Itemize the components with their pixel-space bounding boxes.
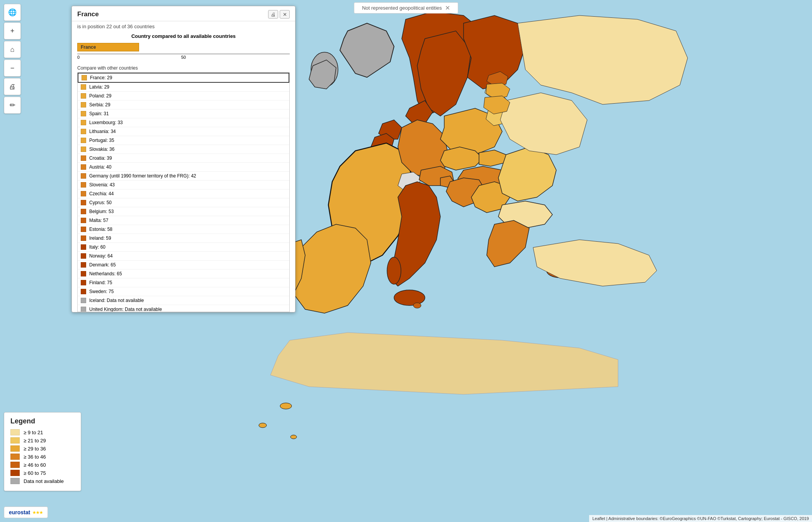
country-color-swatch (81, 93, 86, 99)
country-name: Luxembourg: 33 (89, 120, 123, 125)
country-list-item[interactable]: Iceland: Data not available (78, 296, 289, 305)
legend-item-label: ≥ 60 to 75 (24, 470, 46, 476)
legend-item: Data not available (10, 478, 75, 484)
country-color-swatch (81, 227, 86, 232)
country-list-item[interactable]: Cyprus: 50 (78, 198, 289, 207)
country-color-swatch (81, 111, 86, 116)
popup-header: France 🖨 ✕ (72, 6, 295, 21)
country-list-item[interactable]: Serbia: 29 (78, 101, 289, 109)
country-list-item[interactable]: France: 29 (78, 73, 289, 83)
not-represented-banner: Not represented geopolitical entities ✕ (354, 2, 458, 14)
legend-item-label: ≥ 46 to 60 (24, 462, 46, 468)
country-color-swatch (81, 147, 86, 152)
country-list-item[interactable]: Latvia: 29 (78, 83, 289, 92)
legend-item: ≥ 60 to 75 (10, 470, 75, 476)
country-name: Italy: 60 (89, 244, 105, 250)
home-button[interactable]: ⌂ (4, 41, 21, 58)
legend-title: Legend (10, 417, 75, 425)
country-list-item[interactable]: Czechia: 44 (78, 189, 289, 198)
legend-item: ≥ 46 to 60 (10, 462, 75, 468)
country-name: Portugal: 35 (89, 138, 114, 143)
country-color-swatch (81, 182, 86, 188)
country-list-item[interactable]: Belgium: 53 (78, 207, 289, 216)
country-color-swatch (81, 138, 86, 143)
legend-swatch (10, 429, 20, 435)
country-name: Croatia: 39 (89, 155, 112, 161)
country-name: Iceland: Data not available (89, 298, 144, 303)
country-list-item[interactable]: Finland: 75 (78, 278, 289, 287)
legend-item-label: Data not available (24, 478, 64, 484)
country-list-item[interactable]: Croatia: 39 (78, 154, 289, 163)
legend-item: ≥ 21 to 29 (10, 437, 75, 444)
legend-item-label: ≥ 29 to 36 (24, 446, 46, 452)
country-list-item[interactable]: Slovenia: 43 (78, 181, 289, 189)
zoom-in-button[interactable]: + (4, 22, 21, 39)
country-list-item[interactable]: Sweden: 75 (78, 287, 289, 296)
country-name: Norway: 64 (89, 253, 113, 259)
country-name: Estonia: 58 (89, 227, 112, 232)
country-list-item[interactable]: Germany (until 1990 former territory of … (78, 172, 289, 181)
country-list-item[interactable]: Malta: 57 (78, 216, 289, 225)
legend-swatch (10, 462, 20, 468)
country-list-item[interactable]: Portugal: 35 (78, 136, 289, 145)
country-list-item[interactable]: Norway: 64 (78, 252, 289, 261)
eurostat-label: eurostat (9, 509, 30, 515)
legend-panel: Legend ≥ 9 to 21 ≥ 21 to 29 ≥ 29 to 36 ≥… (4, 412, 81, 491)
country-list-item[interactable]: Italy: 60 (78, 243, 289, 252)
popup-print-button[interactable]: 🖨 (268, 10, 278, 19)
country-name: Netherlands: 65 (89, 271, 122, 276)
svg-point-42 (413, 303, 421, 308)
attribution-bar: Leaflet | Administrative boundaries: ©Eu… (589, 515, 812, 522)
country-name: Poland: 29 (89, 93, 111, 99)
country-name: Belgium: 53 (89, 209, 114, 214)
country-list-item[interactable]: Estonia: 58 (78, 225, 289, 234)
country-list-item[interactable]: Austria: 40 (78, 163, 289, 172)
legend-items: ≥ 9 to 21 ≥ 21 to 29 ≥ 29 to 36 ≥ 36 to … (10, 429, 75, 484)
draw-button[interactable]: ✏ (4, 97, 21, 114)
legend-item-label: ≥ 36 to 46 (24, 454, 46, 460)
country-list-item[interactable]: Luxembourg: 33 (78, 118, 289, 127)
country-color-swatch (81, 102, 86, 107)
zoom-out-button[interactable]: − (4, 60, 21, 77)
legend-item-label: ≥ 9 to 21 (24, 430, 43, 435)
country-list-item[interactable]: Spain: 31 (78, 109, 289, 118)
country-color-swatch (81, 173, 86, 179)
country-color-swatch (81, 84, 86, 90)
country-color-swatch (81, 191, 86, 196)
country-name: France: 29 (90, 75, 112, 80)
svg-point-13 (280, 403, 292, 409)
popup-chart-title: Country compared to all available countr… (77, 33, 290, 39)
legend-item-label: ≥ 21 to 29 (24, 438, 46, 444)
legend-item: ≥ 36 to 46 (10, 454, 75, 460)
country-name: Slovakia: 36 (89, 147, 114, 152)
legend-item: ≥ 9 to 21 (10, 429, 75, 435)
country-color-swatch (81, 253, 86, 259)
legend-swatch (10, 445, 20, 452)
globe-button[interactable]: 🌐 (4, 4, 21, 21)
print-button[interactable]: 🖨 (4, 78, 21, 95)
country-color-swatch (81, 129, 86, 134)
popup-close-button[interactable]: ✕ (280, 10, 290, 19)
compare-section: Compare with other countries France: 29 … (72, 63, 295, 312)
country-list-item[interactable]: United Kingdom: Data not available (78, 305, 289, 312)
legend-item: ≥ 29 to 36 (10, 445, 75, 452)
not-represented-close[interactable]: ✕ (445, 4, 450, 12)
popup-title: France (77, 10, 99, 18)
country-name: Slovenia: 43 (89, 182, 115, 188)
country-list-item[interactable]: Netherlands: 65 (78, 270, 289, 278)
country-list-item[interactable]: Lithuania: 34 (78, 127, 289, 136)
country-list-item[interactable]: Denmark: 65 (78, 261, 289, 270)
country-list-item[interactable]: Ireland: 59 (78, 234, 289, 243)
country-list[interactable]: France: 29 Latvia: 29 Poland: 29 Serbia:… (77, 72, 290, 312)
country-color-swatch (81, 209, 86, 214)
legend-swatch (10, 437, 20, 444)
not-represented-text: Not represented geopolitical entities (362, 5, 442, 11)
country-list-item[interactable]: Poland: 29 (78, 92, 289, 101)
country-color-swatch (81, 262, 86, 268)
country-name: Latvia: 29 (89, 84, 109, 90)
legend-swatch (10, 454, 20, 460)
country-name: Lithuania: 34 (89, 129, 116, 134)
country-list-item[interactable]: Slovakia: 36 (78, 145, 289, 154)
eurostat-logo: eurostat ★★★ (4, 507, 48, 518)
popup-chart-area: Country compared to all available countr… (72, 31, 295, 63)
